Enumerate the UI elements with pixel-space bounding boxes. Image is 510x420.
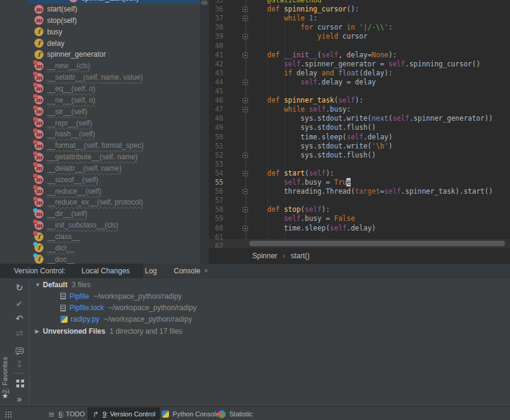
- structure-item[interactable]: fdelay: [0, 37, 200, 49]
- structure-item[interactable]: mstop(self): [0, 14, 200, 26]
- code-line[interactable]: def spinning_cursor():: [250, 5, 359, 14]
- code-line[interactable]: sys.stdout.write('\b'): [250, 142, 392, 151]
- fold-collapse-icon[interactable]: -: [243, 171, 248, 176]
- code-line[interactable]: def spinner_task(self):: [250, 96, 363, 105]
- structure-item[interactable]: m__hash__(self): [0, 129, 200, 140]
- expanded-arrow-icon[interactable]: ▼: [35, 282, 43, 288]
- fold-end-icon[interactable]: -: [243, 34, 248, 39]
- file-path: ~/workspace_python/radipy: [94, 292, 182, 301]
- file-row[interactable]: Pipfile.lock~/workspace_python/radipy: [0, 302, 510, 314]
- private-lock-badge: [33, 72, 37, 76]
- tool-window-button-statistic[interactable]: Statistic: [213, 407, 258, 420]
- comment-icon: [16, 348, 24, 354]
- structure-item[interactable]: fspinner_generator: [0, 49, 200, 60]
- code-line[interactable]: self.busy = True: [250, 178, 351, 187]
- horizontal-scrollbar-thumb[interactable]: [249, 241, 505, 246]
- tab-log[interactable]: Log: [145, 264, 157, 278]
- fold-collapse-icon[interactable]: -: [243, 7, 248, 12]
- label-text: Statistic: [229, 410, 253, 418]
- code-token: cursor: [317, 23, 346, 31]
- tool-window-button-favorites[interactable]: 2: Favorites: [1, 336, 8, 393]
- structure-item[interactable]: m__format__(self, format_spec): [0, 140, 200, 151]
- structure-item[interactable]: mstart(self): [0, 4, 200, 15]
- code-line[interactable]: def stop(self):: [250, 205, 330, 214]
- group-by-button[interactable]: [12, 377, 27, 389]
- group-meta: 1 directory and 17 files: [109, 327, 182, 336]
- tool-window-button---version-control[interactable]: ↱9: Version Control: [88, 407, 160, 420]
- code-line[interactable]: sys.stdout.flush(): [250, 151, 376, 160]
- changelist-row[interactable]: ▶Unversioned Files1 directory and 17 fil…: [0, 325, 510, 337]
- fold-collapse-icon[interactable]: -: [243, 52, 248, 58]
- tab-console[interactable]: Console×: [174, 264, 208, 278]
- fold-end-icon[interactable]: -: [243, 226, 248, 231]
- code-token: .delay = delay: [317, 78, 376, 86]
- fold-collapse-icon[interactable]: -: [243, 98, 248, 103]
- method-icon: m: [34, 198, 43, 207]
- code-line[interactable]: time.sleep(self.delay): [250, 133, 392, 142]
- structure-scrollbar[interactable]: [200, 0, 209, 264]
- tab-local-changes[interactable]: Local Changes: [81, 264, 130, 278]
- structure-item[interactable]: m__getattribute__(self, name): [0, 151, 200, 163]
- structure-item-label: __format__(self, format_spec): [47, 141, 144, 150]
- fold-end-icon[interactable]: -: [243, 80, 248, 85]
- close-icon[interactable]: ×: [204, 267, 208, 275]
- fold-collapse-icon[interactable]: -: [243, 16, 248, 21]
- code-token: (: [301, 205, 305, 214]
- file-row[interactable]: radipy.py~/workspace_python/radipy: [0, 314, 510, 325]
- structure-item[interactable]: m__eq__(self, o): [0, 83, 200, 94]
- structure-item[interactable]: f__class__: [0, 231, 200, 243]
- comment-button[interactable]: [12, 345, 27, 357]
- scrollbar-thumb[interactable]: [201, 1, 208, 5]
- code-line[interactable]: self.spinner_generator = self.spinning_c…: [250, 60, 480, 69]
- breadcrumb-method[interactable]: start(): [291, 252, 310, 260]
- structure-item[interactable]: m__delattr__(self, name): [0, 162, 200, 174]
- code-line[interactable]: self.busy = False: [250, 214, 355, 223]
- file-row[interactable]: Pipfile~/workspace_python/radipy: [0, 290, 510, 302]
- code-line[interactable]: def __init__(self, delay=None):: [250, 51, 397, 60]
- structure-item[interactable]: m__setattr__(self, name, value): [0, 72, 200, 83]
- code-line[interactable]: while self.busy:: [250, 105, 351, 114]
- structure-item[interactable]: fbusy: [0, 26, 200, 37]
- fold-collapse-icon[interactable]: -: [243, 207, 248, 212]
- code-line[interactable]: time.sleep(self.delay): [250, 224, 376, 233]
- structure-item[interactable]: m__new__(cls): [0, 60, 200, 72]
- structure-item[interactable]: m__reduce__(self): [0, 185, 200, 197]
- structure-item[interactable]: m__sizeof__(self): [0, 174, 200, 185]
- structure-item[interactable]: m__reduce_ex__(self, protocol): [0, 197, 200, 208]
- code-line[interactable]: if delay and float(delay):: [250, 69, 392, 78]
- code-line[interactable]: sys.stdout.write(next(self.spinner_gener…: [250, 114, 493, 123]
- code-line[interactable]: for cursor in '|/-\\':: [250, 23, 392, 32]
- code-line[interactable]: def start(self):: [250, 169, 334, 178]
- changelist-row[interactable]: ▼Default3 files: [0, 279, 510, 290]
- code-line[interactable]: @staticmethod: [250, 0, 322, 5]
- line-number: 52: [210, 151, 223, 160]
- fold-end-icon[interactable]: -: [243, 153, 248, 158]
- structure-item-label: __str__(self): [47, 107, 88, 116]
- collapsed-arrow-icon[interactable]: ▶: [35, 328, 43, 334]
- tool-window-button---todo[interactable]: ≡6: TODO: [43, 407, 90, 420]
- fold-end-icon[interactable]: -: [243, 189, 248, 194]
- code-line[interactable]: while 1:: [250, 14, 317, 23]
- code-line[interactable]: self.delay = delay: [250, 78, 376, 87]
- code-line[interactable]: yield cursor: [250, 32, 368, 41]
- private-lock-badge: [33, 140, 37, 144]
- import-button[interactable]: ↧: [12, 358, 27, 371]
- breadcrumb-class[interactable]: Spinner: [252, 252, 277, 260]
- structure-item[interactable]: f__doc__: [0, 253, 200, 264]
- structure-item[interactable]: m__init_subclass__(cls): [0, 220, 200, 231]
- fold-collapse-icon[interactable]: -: [243, 107, 248, 112]
- code-line[interactable]: sys.stdout.flush(): [250, 123, 376, 132]
- structure-item[interactable]: f__dict__: [0, 242, 200, 253]
- window-switcher-icon[interactable]: [5, 411, 11, 418]
- more-button[interactable]: »: [12, 393, 27, 406]
- structure-item[interactable]: m__repr__(self): [0, 117, 200, 129]
- tab-label: Console: [174, 267, 200, 275]
- line-number: 37: [210, 14, 223, 23]
- structure-item[interactable]: m__str__(self): [0, 106, 200, 117]
- code-token: [250, 0, 267, 4]
- structure-item[interactable]: m__ne__(self, o): [0, 94, 200, 106]
- structure-item[interactable]: m__dir__(self): [0, 208, 200, 220]
- line-number: 45: [210, 87, 223, 96]
- code-line[interactable]: threading.Thread(target=self.spinner_tas…: [250, 187, 493, 196]
- code-editor[interactable]: 35 @staticmethod36- def spinning_cursor(…: [209, 0, 510, 248]
